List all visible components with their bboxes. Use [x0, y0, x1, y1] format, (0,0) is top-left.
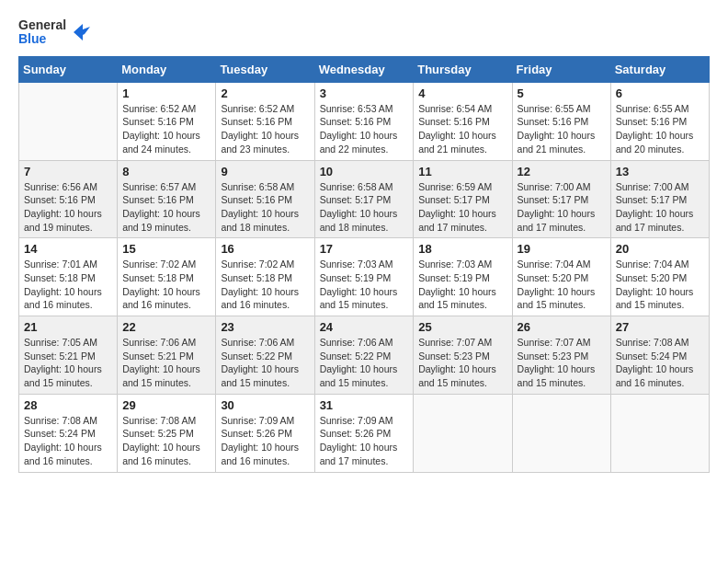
logo-container: General Blue — [18, 18, 90, 47]
day-detail: Sunrise: 7:08 AMSunset: 5:24 PMDaylight:… — [24, 414, 112, 468]
calendar-cell: 10Sunrise: 6:58 AMSunset: 5:17 PMDayligh… — [314, 160, 414, 238]
column-header-wednesday: Wednesday — [314, 56, 414, 82]
column-header-tuesday: Tuesday — [216, 56, 314, 82]
day-detail: Sunrise: 7:02 AMSunset: 5:18 PMDaylight:… — [122, 258, 210, 312]
day-number: 26 — [518, 320, 606, 334]
column-header-monday: Monday — [118, 56, 216, 82]
calendar-cell: 31Sunrise: 7:09 AMSunset: 5:26 PMDayligh… — [314, 394, 414, 472]
calendar-cell: 2Sunrise: 6:52 AMSunset: 5:16 PMDaylight… — [216, 82, 314, 160]
calendar-cell: 28Sunrise: 7:08 AMSunset: 5:24 PMDayligh… — [19, 394, 118, 472]
day-number: 6 — [616, 86, 704, 100]
day-detail: Sunrise: 7:09 AMSunset: 5:26 PMDaylight:… — [221, 414, 309, 468]
day-number: 15 — [122, 242, 210, 256]
day-number: 25 — [418, 320, 506, 334]
calendar-cell: 25Sunrise: 7:07 AMSunset: 5:23 PMDayligh… — [414, 316, 512, 395]
day-detail: Sunrise: 7:02 AMSunset: 5:18 PMDaylight:… — [221, 258, 309, 312]
day-detail: Sunrise: 7:01 AMSunset: 5:18 PMDaylight:… — [24, 258, 112, 312]
day-number: 28 — [24, 398, 112, 412]
calendar-cell: 17Sunrise: 7:03 AMSunset: 5:19 PMDayligh… — [314, 238, 414, 316]
calendar-cell: 6Sunrise: 6:55 AMSunset: 5:16 PMDaylight… — [610, 82, 709, 160]
calendar-cell — [414, 394, 512, 472]
day-number: 3 — [320, 86, 409, 100]
day-detail: Sunrise: 6:56 AMSunset: 5:16 PMDaylight:… — [24, 180, 112, 235]
day-number: 31 — [320, 398, 409, 412]
day-detail: Sunrise: 6:55 AMSunset: 5:16 PMDaylight:… — [518, 102, 606, 156]
calendar-cell: 16Sunrise: 7:02 AMSunset: 5:18 PMDayligh… — [216, 238, 314, 316]
day-detail: Sunrise: 7:00 AMSunset: 5:17 PMDaylight:… — [616, 180, 704, 235]
calendar-cell — [512, 394, 610, 472]
day-detail: Sunrise: 6:58 AMSunset: 5:17 PMDaylight:… — [320, 180, 409, 235]
calendar-cell: 22Sunrise: 7:06 AMSunset: 5:21 PMDayligh… — [118, 316, 216, 395]
day-number: 13 — [616, 165, 704, 178]
calendar-week-row: 1Sunrise: 6:52 AMSunset: 5:16 PMDaylight… — [19, 82, 710, 160]
day-number: 30 — [221, 398, 309, 412]
day-number: 22 — [122, 320, 210, 334]
calendar-cell: 11Sunrise: 6:59 AMSunset: 5:17 PMDayligh… — [414, 160, 512, 238]
calendar-cell: 3Sunrise: 6:53 AMSunset: 5:16 PMDaylight… — [314, 82, 414, 160]
calendar-cell: 29Sunrise: 7:08 AMSunset: 5:25 PMDayligh… — [118, 394, 216, 472]
calendar-cell — [610, 394, 709, 472]
calendar-cell: 30Sunrise: 7:09 AMSunset: 5:26 PMDayligh… — [216, 394, 314, 472]
day-number: 9 — [221, 165, 309, 178]
calendar-cell: 9Sunrise: 6:58 AMSunset: 5:16 PMDaylight… — [216, 160, 314, 238]
day-number: 29 — [122, 398, 210, 412]
day-number: 17 — [320, 242, 409, 256]
day-detail: Sunrise: 7:05 AMSunset: 5:21 PMDaylight:… — [24, 336, 112, 390]
day-detail: Sunrise: 7:08 AMSunset: 5:24 PMDaylight:… — [616, 336, 704, 390]
day-number: 8 — [122, 165, 210, 178]
day-detail: Sunrise: 6:58 AMSunset: 5:16 PMDaylight:… — [221, 180, 309, 235]
logo-general: General — [18, 18, 66, 32]
day-detail: Sunrise: 6:52 AMSunset: 5:16 PMDaylight:… — [122, 102, 210, 156]
day-detail: Sunrise: 7:07 AMSunset: 5:23 PMDaylight:… — [418, 336, 506, 390]
day-detail: Sunrise: 7:06 AMSunset: 5:22 PMDaylight:… — [221, 336, 309, 390]
day-number: 19 — [518, 242, 606, 256]
day-detail: Sunrise: 7:09 AMSunset: 5:26 PMDaylight:… — [320, 414, 409, 468]
column-header-saturday: Saturday — [610, 56, 709, 82]
day-number: 11 — [418, 165, 506, 178]
calendar-cell — [19, 82, 118, 160]
calendar-cell: 15Sunrise: 7:02 AMSunset: 5:18 PMDayligh… — [118, 238, 216, 316]
day-number: 16 — [221, 242, 309, 256]
day-number: 18 — [418, 242, 506, 256]
day-detail: Sunrise: 7:03 AMSunset: 5:19 PMDaylight:… — [418, 258, 506, 312]
day-detail: Sunrise: 6:57 AMSunset: 5:16 PMDaylight:… — [122, 180, 210, 235]
day-number: 12 — [518, 165, 606, 178]
day-detail: Sunrise: 6:55 AMSunset: 5:16 PMDaylight:… — [616, 102, 704, 156]
calendar-week-row: 7Sunrise: 6:56 AMSunset: 5:16 PMDaylight… — [19, 160, 710, 238]
day-number: 23 — [221, 320, 309, 334]
day-number: 27 — [616, 320, 704, 334]
day-detail: Sunrise: 7:04 AMSunset: 5:20 PMDaylight:… — [518, 258, 606, 312]
day-detail: Sunrise: 6:53 AMSunset: 5:16 PMDaylight:… — [320, 102, 409, 156]
day-detail: Sunrise: 7:07 AMSunset: 5:23 PMDaylight:… — [518, 336, 606, 390]
day-detail: Sunrise: 6:52 AMSunset: 5:16 PMDaylight:… — [221, 102, 309, 156]
day-number: 14 — [24, 242, 112, 256]
calendar-cell: 18Sunrise: 7:03 AMSunset: 5:19 PMDayligh… — [414, 238, 512, 316]
day-number: 4 — [418, 86, 506, 100]
calendar-cell: 19Sunrise: 7:04 AMSunset: 5:20 PMDayligh… — [512, 238, 610, 316]
calendar-cell: 8Sunrise: 6:57 AMSunset: 5:16 PMDaylight… — [118, 160, 216, 238]
calendar-cell: 13Sunrise: 7:00 AMSunset: 5:17 PMDayligh… — [610, 160, 709, 238]
calendar-week-row: 14Sunrise: 7:01 AMSunset: 5:18 PMDayligh… — [19, 238, 710, 316]
calendar-cell: 12Sunrise: 7:00 AMSunset: 5:17 PMDayligh… — [512, 160, 610, 238]
calendar-cell: 1Sunrise: 6:52 AMSunset: 5:16 PMDaylight… — [118, 82, 216, 160]
day-detail: Sunrise: 7:06 AMSunset: 5:22 PMDaylight:… — [320, 336, 409, 390]
day-detail: Sunrise: 7:00 AMSunset: 5:17 PMDaylight:… — [518, 180, 606, 235]
column-header-thursday: Thursday — [414, 56, 512, 82]
day-number: 7 — [24, 165, 112, 178]
day-detail: Sunrise: 7:08 AMSunset: 5:25 PMDaylight:… — [122, 414, 210, 468]
day-number: 1 — [122, 86, 210, 100]
day-number: 10 — [320, 165, 409, 178]
day-number: 2 — [221, 86, 309, 100]
column-header-sunday: Sunday — [19, 56, 118, 82]
calendar-header-row: SundayMondayTuesdayWednesdayThursdayFrid… — [19, 56, 710, 82]
calendar-cell: 26Sunrise: 7:07 AMSunset: 5:23 PMDayligh… — [512, 316, 610, 395]
logo-text-block: General Blue — [18, 18, 66, 47]
day-detail: Sunrise: 6:59 AMSunset: 5:17 PMDaylight:… — [418, 180, 506, 235]
calendar-cell: 5Sunrise: 6:55 AMSunset: 5:16 PMDaylight… — [512, 82, 610, 160]
logo-bird-icon — [66, 20, 90, 44]
calendar-cell: 21Sunrise: 7:05 AMSunset: 5:21 PMDayligh… — [19, 316, 118, 395]
day-number: 20 — [616, 242, 704, 256]
calendar-cell: 27Sunrise: 7:08 AMSunset: 5:24 PMDayligh… — [610, 316, 709, 395]
day-number: 21 — [24, 320, 112, 334]
day-detail: Sunrise: 7:06 AMSunset: 5:21 PMDaylight:… — [122, 336, 210, 390]
